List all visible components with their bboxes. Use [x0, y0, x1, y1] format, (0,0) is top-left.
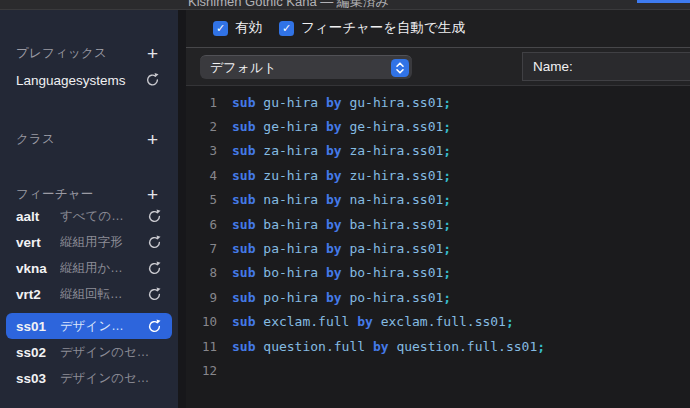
code-line: 5sub na-hira by na-hira.ss01;	[186, 188, 690, 212]
name-field-label: Name:	[533, 59, 573, 74]
line-number: 6	[186, 217, 217, 232]
line-number: 11	[186, 339, 217, 354]
feature-tag: ss01	[16, 319, 60, 334]
add-feature-button[interactable]: +	[147, 185, 158, 204]
feature-tag: ss02	[16, 345, 60, 360]
refresh-icon[interactable]	[147, 235, 162, 250]
feature-tag: vrt2	[16, 287, 60, 302]
feature-description: 縦組用字形	[60, 234, 147, 251]
code-text: sub po-hira by po-hira.ss01;	[232, 290, 451, 305]
line-number: 8	[186, 265, 217, 280]
popup-selected-value: デフォルト	[210, 59, 412, 77]
code-text: sub bo-hira by bo-hira.ss01;	[232, 265, 451, 280]
name-input[interactable]: Name:	[522, 52, 690, 81]
code-text: sub za-hira by za-hira.ss01;	[232, 143, 451, 158]
prefix-section-header: プレフィックス +	[0, 40, 178, 66]
code-text: sub zu-hira by zu-hira.ss01;	[232, 168, 451, 183]
refresh-icon[interactable]	[147, 319, 162, 334]
line-number: 2	[186, 119, 217, 134]
feature-code-editor[interactable]: 1sub gu-hira by gu-hira.ss01;2sub ge-hir…	[186, 86, 690, 408]
code-line: 6sub ba-hira by ba-hira.ss01;	[186, 212, 690, 236]
code-text: sub ba-hira by ba-hira.ss01;	[232, 217, 451, 232]
code-line: 9sub po-hira by po-hira.ss01;	[186, 285, 690, 309]
sidebar-feature-row-vert[interactable]: vert 縦組用字形	[6, 229, 172, 255]
code-line: 12	[186, 358, 690, 382]
class-section-header: クラス +	[0, 126, 178, 152]
code-text: sub gu-hira by gu-hira.ss01;	[232, 95, 451, 110]
feature-detail-pane: ✓ 有効 ✓ フィーチャーを自動で生成 デフォルト Name: 1sub gu-…	[186, 9, 690, 408]
code-line: 4sub zu-hira by zu-hira.ss01;	[186, 163, 690, 187]
sidebar-feature-row-vrt2[interactable]: vrt2 縦組回転…	[6, 281, 172, 307]
sidebar-feature-row-ss01[interactable]: ss01 デザイン…	[6, 313, 172, 339]
code-line: 3sub za-hira by za-hira.ss01;	[186, 139, 690, 163]
feature-description: デザインのセ…	[60, 344, 172, 361]
code-text: sub na-hira by na-hira.ss01;	[232, 192, 451, 207]
code-line: 8sub bo-hira by bo-hira.ss01;	[186, 261, 690, 285]
code-text: sub ge-hira by ge-hira.ss01;	[232, 119, 451, 134]
add-prefix-button[interactable]: +	[147, 44, 158, 63]
code-line: 2sub ge-hira by ge-hira.ss01;	[186, 114, 690, 138]
feature-header-label: フィーチャー	[16, 186, 93, 203]
options-row: ✓ 有効 ✓ フィーチャーを自動で生成	[186, 9, 690, 47]
refresh-icon[interactable]	[147, 209, 162, 224]
line-number: 1	[186, 95, 217, 110]
autogenerate-label: フィーチャーを自動で生成	[301, 19, 465, 37]
feature-description: すべての…	[60, 208, 147, 225]
window-titlebar[interactable]: Kishimen Gothic Kana — 編集済み	[0, 0, 690, 10]
line-number: 5	[186, 192, 217, 207]
feature-description: 縦組回転…	[60, 286, 147, 303]
code-line: 1sub gu-hira by gu-hira.ss01;	[186, 90, 690, 114]
subheader-row: デフォルト Name:	[186, 47, 690, 86]
code-line: 11sub question.full by question.full.ss0…	[186, 334, 690, 358]
code-text: sub question.full by question.full.ss01;	[232, 339, 545, 354]
feature-tag: vert	[16, 235, 60, 250]
line-number: 3	[186, 143, 217, 158]
check-icon: ✓	[282, 23, 291, 34]
feature-editor-window: Kishimen Gothic Kana — 編集済み プレフィックス + La…	[0, 0, 690, 408]
add-class-button[interactable]: +	[147, 130, 158, 149]
sidebar-feature-row-aalt[interactable]: aalt すべての…	[6, 203, 172, 229]
line-number: 12	[186, 363, 217, 378]
enabled-checkbox[interactable]: ✓	[213, 21, 228, 36]
languagesystems-label: Languagesystems	[16, 73, 126, 88]
refresh-icon[interactable]	[145, 73, 160, 88]
refresh-icon[interactable]	[147, 287, 162, 302]
line-number: 9	[186, 290, 217, 305]
cutoff-blue-button	[637, 0, 690, 3]
check-icon: ✓	[216, 23, 225, 34]
feature-tag: ss03	[16, 371, 60, 386]
feature-tag: vkna	[16, 261, 60, 276]
feature-description: デザイン…	[60, 318, 147, 335]
sidebar-divider	[178, 9, 186, 408]
line-number: 4	[186, 168, 217, 183]
code-text: sub pa-hira by pa-hira.ss01;	[232, 241, 451, 256]
prefix-header-label: プレフィックス	[16, 45, 107, 62]
sidebar: プレフィックス + Languagesystems クラス + フィーチャー +…	[0, 9, 178, 408]
window-title: Kishimen Gothic Kana — 編集済み	[188, 0, 389, 10]
sidebar-item-languagesystems[interactable]: Languagesystems	[0, 67, 178, 93]
code-lines: 1sub gu-hira by gu-hira.ss01;2sub ge-hir…	[186, 90, 690, 383]
code-text: sub exclam.full by exclam.full.ss01;	[232, 314, 514, 329]
autogenerate-checkbox[interactable]: ✓	[279, 21, 294, 36]
line-number: 10	[186, 314, 217, 329]
sidebar-feature-row-ss03[interactable]: ss03 デザインのセ…	[6, 365, 172, 391]
code-line: 7sub pa-hira by pa-hira.ss01;	[186, 236, 690, 260]
enabled-label: 有効	[235, 19, 262, 37]
feature-tag: aalt	[16, 209, 60, 224]
feature-description: 縦組用か…	[60, 260, 147, 277]
up-down-chevrons-icon	[391, 59, 409, 77]
class-header-label: クラス	[16, 131, 55, 148]
sidebar-feature-row-vkna[interactable]: vkna 縦組用か…	[6, 255, 172, 281]
code-line: 10sub exclam.full by exclam.full.ss01;	[186, 310, 690, 334]
sidebar-feature-row-ss02[interactable]: ss02 デザインのセ…	[6, 339, 172, 365]
script-popup-button[interactable]: デフォルト	[200, 55, 412, 79]
refresh-icon[interactable]	[147, 261, 162, 276]
line-number: 7	[186, 241, 217, 256]
feature-description: デザインのセ…	[60, 370, 172, 387]
